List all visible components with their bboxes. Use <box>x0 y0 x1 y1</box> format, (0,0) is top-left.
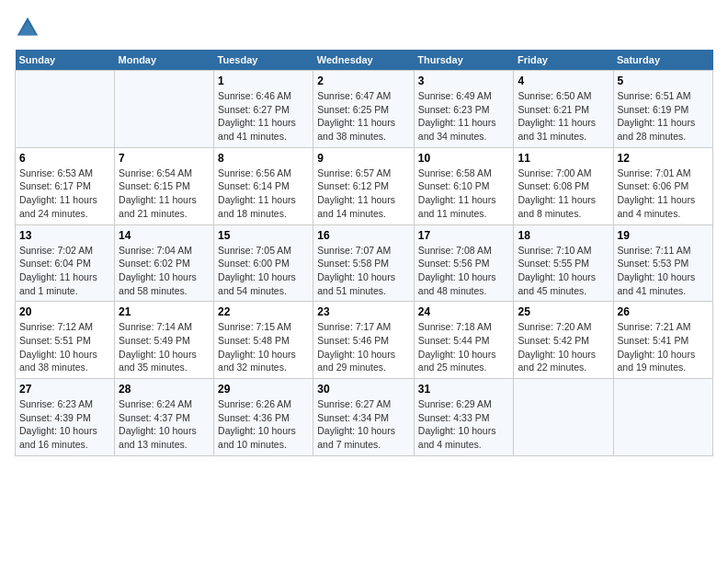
sunset: Sunset: 5:55 PM <box>518 258 589 269</box>
sunset: Sunset: 6:17 PM <box>19 180 91 191</box>
col-wednesday: Wednesday <box>313 50 415 71</box>
day-info: Sunrise: 6:24 AMSunset: 4:37 PMDaylight:… <box>119 397 210 452</box>
day-info: Sunrise: 7:21 AMSunset: 5:41 PMDaylight:… <box>618 320 710 374</box>
calendar-week-row: 27Sunrise: 6:23 AMSunset: 4:39 PMDayligh… <box>16 379 713 456</box>
sunrise: Sunrise: 7:17 AM <box>317 321 391 332</box>
day-number: 25 <box>518 305 609 318</box>
calendar-cell: 8Sunrise: 6:56 AMSunset: 6:14 PMDaylight… <box>214 147 313 224</box>
col-friday: Friday <box>514 50 613 71</box>
calendar-cell: 29Sunrise: 6:26 AMSunset: 4:36 PMDayligh… <box>214 379 313 456</box>
day-info: Sunrise: 7:07 AMSunset: 5:58 PMDaylight:… <box>317 244 410 298</box>
calendar-cell <box>115 71 214 148</box>
day-number: 2 <box>317 75 410 87</box>
sunrise: Sunrise: 6:57 AM <box>317 167 391 178</box>
sunrise: Sunrise: 7:05 AM <box>218 245 291 256</box>
day-info: Sunrise: 6:26 AMSunset: 4:36 PMDaylight:… <box>218 397 309 452</box>
calendar-cell: 6Sunrise: 6:53 AMSunset: 6:17 PMDaylight… <box>16 147 115 224</box>
day-info: Sunrise: 7:17 AMSunset: 5:46 PMDaylight:… <box>317 320 410 374</box>
calendar-cell: 15Sunrise: 7:05 AMSunset: 6:00 PMDayligh… <box>214 224 313 302</box>
daylight: Daylight: 11 hours and 38 minutes. <box>317 117 395 142</box>
sunrise: Sunrise: 6:23 AM <box>19 398 93 409</box>
day-info: Sunrise: 7:18 AMSunset: 5:44 PMDaylight:… <box>418 320 510 374</box>
sunset: Sunset: 5:53 PM <box>618 258 689 269</box>
calendar-cell: 19Sunrise: 7:11 AMSunset: 5:53 PMDayligh… <box>613 224 713 302</box>
sunrise: Sunrise: 7:21 AM <box>618 321 691 332</box>
day-info: Sunrise: 7:01 AMSunset: 6:06 PMDaylight:… <box>618 167 710 221</box>
day-number: 6 <box>19 152 110 165</box>
calendar-week-row: 20Sunrise: 7:12 AMSunset: 5:51 PMDayligh… <box>16 302 713 379</box>
day-number: 19 <box>618 229 710 242</box>
day-number: 9 <box>317 152 410 165</box>
calendar-cell: 26Sunrise: 7:21 AMSunset: 5:41 PMDayligh… <box>613 302 713 379</box>
day-info: Sunrise: 6:29 AMSunset: 4:33 PMDaylight:… <box>418 397 510 452</box>
day-number: 5 <box>618 75 710 87</box>
day-number: 27 <box>19 383 110 396</box>
sunset: Sunset: 6:08 PM <box>518 180 589 191</box>
calendar-week-row: 6Sunrise: 6:53 AMSunset: 6:17 PMDaylight… <box>16 147 713 224</box>
sunrise: Sunrise: 7:10 AM <box>518 245 591 256</box>
day-info: Sunrise: 6:57 AMSunset: 6:12 PMDaylight:… <box>317 167 410 221</box>
day-number: 28 <box>119 383 210 396</box>
sunrise: Sunrise: 7:20 AM <box>518 321 591 332</box>
daylight: Daylight: 11 hours and 18 minutes. <box>218 194 296 219</box>
calendar-cell: 20Sunrise: 7:12 AMSunset: 5:51 PMDayligh… <box>16 302 115 379</box>
sunset: Sunset: 6:14 PM <box>218 180 290 191</box>
day-number: 17 <box>418 229 510 242</box>
calendar-cell: 16Sunrise: 7:07 AMSunset: 5:58 PMDayligh… <box>313 224 415 302</box>
day-info: Sunrise: 6:51 AMSunset: 6:19 PMDaylight:… <box>618 89 710 144</box>
day-number: 18 <box>518 229 609 242</box>
day-info: Sunrise: 7:14 AMSunset: 5:49 PMDaylight:… <box>119 320 210 374</box>
day-info: Sunrise: 6:50 AMSunset: 6:21 PMDaylight:… <box>518 89 609 144</box>
calendar-cell: 2Sunrise: 6:47 AMSunset: 6:25 PMDaylight… <box>313 71 415 148</box>
sunrise: Sunrise: 6:51 AM <box>618 90 691 101</box>
sunrise: Sunrise: 6:24 AM <box>119 398 192 409</box>
calendar-week-row: 13Sunrise: 7:02 AMSunset: 6:04 PMDayligh… <box>16 224 713 302</box>
day-number: 21 <box>119 305 210 318</box>
day-info: Sunrise: 6:46 AMSunset: 6:27 PMDaylight:… <box>218 89 309 144</box>
day-number: 16 <box>317 229 410 242</box>
calendar-cell: 30Sunrise: 6:27 AMSunset: 4:34 PMDayligh… <box>313 379 415 456</box>
sunset: Sunset: 5:49 PM <box>119 335 190 346</box>
sunset: Sunset: 5:48 PM <box>218 335 290 346</box>
col-thursday: Thursday <box>414 50 514 71</box>
calendar-cell: 4Sunrise: 6:50 AMSunset: 6:21 PMDaylight… <box>514 71 613 148</box>
day-number: 23 <box>317 305 410 318</box>
day-number: 29 <box>218 383 309 396</box>
calendar-cell: 12Sunrise: 7:01 AMSunset: 6:06 PMDayligh… <box>613 147 713 224</box>
sunrise: Sunrise: 6:54 AM <box>119 167 192 178</box>
calendar-cell: 10Sunrise: 6:58 AMSunset: 6:10 PMDayligh… <box>414 147 514 224</box>
day-info: Sunrise: 6:54 AMSunset: 6:15 PMDaylight:… <box>119 167 210 221</box>
daylight: Daylight: 10 hours and 10 minutes. <box>218 425 296 450</box>
day-number: 14 <box>119 229 210 242</box>
calendar-cell: 1Sunrise: 6:46 AMSunset: 6:27 PMDaylight… <box>214 71 313 148</box>
day-number: 31 <box>418 383 510 396</box>
sunset: Sunset: 6:19 PM <box>618 104 689 115</box>
daylight: Daylight: 11 hours and 8 minutes. <box>518 194 596 219</box>
day-info: Sunrise: 7:00 AMSunset: 6:08 PMDaylight:… <box>518 167 609 221</box>
sunset: Sunset: 6:21 PM <box>518 104 589 115</box>
daylight: Daylight: 11 hours and 41 minutes. <box>218 117 296 142</box>
col-saturday: Saturday <box>613 50 713 71</box>
day-info: Sunrise: 7:20 AMSunset: 5:42 PMDaylight:… <box>518 320 609 374</box>
sunrise: Sunrise: 6:27 AM <box>317 398 391 409</box>
logo-icon <box>15 15 40 40</box>
daylight: Daylight: 10 hours and 25 minutes. <box>418 349 496 373</box>
sunset: Sunset: 6:10 PM <box>418 180 490 191</box>
day-info: Sunrise: 7:11 AMSunset: 5:53 PMDaylight:… <box>618 244 710 298</box>
calendar-cell: 25Sunrise: 7:20 AMSunset: 5:42 PMDayligh… <box>514 302 613 379</box>
day-number: 8 <box>218 152 309 165</box>
calendar-cell <box>613 379 713 456</box>
day-info: Sunrise: 7:05 AMSunset: 6:00 PMDaylight:… <box>218 244 309 298</box>
calendar-cell: 24Sunrise: 7:18 AMSunset: 5:44 PMDayligh… <box>414 302 514 379</box>
calendar-cell: 21Sunrise: 7:14 AMSunset: 5:49 PMDayligh… <box>115 302 214 379</box>
daylight: Daylight: 11 hours and 34 minutes. <box>418 117 496 142</box>
day-number: 26 <box>618 305 710 318</box>
calendar-cell: 18Sunrise: 7:10 AMSunset: 5:55 PMDayligh… <box>514 224 613 302</box>
day-number: 3 <box>418 75 510 87</box>
col-monday: Monday <box>115 50 214 71</box>
day-info: Sunrise: 6:56 AMSunset: 6:14 PMDaylight:… <box>218 167 309 221</box>
day-number: 1 <box>218 75 309 87</box>
daylight: Daylight: 10 hours and 45 minutes. <box>518 271 596 296</box>
calendar-cell <box>514 379 613 456</box>
day-info: Sunrise: 7:04 AMSunset: 6:02 PMDaylight:… <box>119 244 210 298</box>
